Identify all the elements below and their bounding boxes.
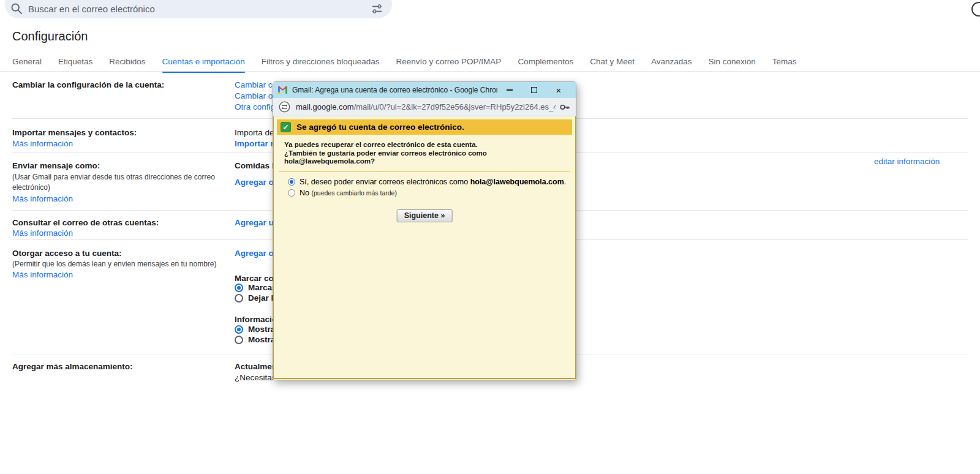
info-radio-2-label: Mostra <box>248 335 275 344</box>
radio-no-unselected-icon[interactable] <box>288 189 295 197</box>
no-radio-row: No (puedes cambiarlo más tarde) <box>288 189 397 197</box>
search-input[interactable]: Buscar en el correo electrónico <box>28 4 155 14</box>
page-title: Configuración <box>12 29 88 43</box>
intro-text: Ya puedes recuperar el correo electrónic… <box>284 141 487 166</box>
yes-label-email: hola@lawebquemola.com <box>470 178 564 186</box>
info-radio-row-1: Mostra <box>235 325 275 334</box>
radio-yes-selected-icon[interactable] <box>288 178 295 186</box>
change-settings-link-3[interactable]: Otra config <box>235 102 275 111</box>
mark-radio-row-1: Marcar <box>235 283 275 292</box>
add-another-account-link[interactable]: Agregar ot <box>235 249 276 258</box>
no-label-text: No <box>300 189 311 197</box>
url-path: /mail/u/0/?ui=2&ik=27d9f52e56&jsver=RHp5… <box>354 102 556 111</box>
gold-separator <box>279 171 570 172</box>
address-bar-url[interactable]: mail.google.com/mail/u/0/?ui=2&ik=27d9f5… <box>296 102 556 111</box>
info-radio-1-label: Mostra <box>248 325 275 334</box>
no-label-note: (puedes cambiarlo más tarde) <box>311 189 396 197</box>
note-grant-access: (Permitir que los demás lean y envien me… <box>12 260 217 268</box>
intro-line-3: hola@lawebquemola.com? <box>284 157 487 166</box>
label-storage: Agregar más almacenamiento: <box>12 362 133 371</box>
more-info-link-send-as[interactable]: Más información <box>12 194 73 203</box>
send-as-account-name: Comidas P <box>235 161 277 170</box>
storage-current-text: Actualmer <box>235 362 275 371</box>
add-email-address-link[interactable]: Agregar ot <box>235 178 276 187</box>
change-settings-link-1[interactable]: Cambiar co <box>235 80 277 89</box>
popup-urlbar[interactable]: mail.google.com/mail/u/0/?ui=2&ik=27d9f5… <box>273 98 576 116</box>
next-button[interactable]: Siguiente » <box>397 209 453 222</box>
intro-line-2: ¿También te gustaría poder enviar correo… <box>284 149 487 158</box>
url-host: mail.google.com <box>296 102 354 111</box>
tabs-divider <box>0 71 980 72</box>
close-button[interactable]: × <box>546 83 571 97</box>
label-import: Importar mensajes y contactos: <box>12 128 137 137</box>
mark-radio-row-2: Dejar la <box>235 293 278 303</box>
import-description: Importa de <box>235 128 274 137</box>
success-banner: ✓ Se agregó tu cuenta de correo electrón… <box>277 119 572 135</box>
note-send-as-1: (Usar Gmail para enviar desde tus otras … <box>12 173 215 181</box>
success-banner-text: Se agregó tu cuenta de correo electrónic… <box>296 122 464 132</box>
info-radio-row-2: Mostra <box>235 335 275 344</box>
yes-label-text: Sí, deseo poder enviar correos electróni… <box>300 178 470 186</box>
intro-line-1: Ya puedes recuperar el correo electrónic… <box>284 141 487 149</box>
chrome-popup-window: Gmail: Agrega una cuenta de correo elect… <box>273 81 576 380</box>
note-send-as-2: electrónico) <box>12 183 50 192</box>
search-icon[interactable] <box>10 2 23 15</box>
radio-selected-icon[interactable] <box>235 284 243 292</box>
sender-info-label: Informació <box>235 315 277 324</box>
yes-radio-label: Sí, deseo poder enviar correos electróni… <box>300 178 566 186</box>
label-change-settings: Cambiar la configuración de la cuenta: <box>12 80 164 89</box>
more-info-link-import[interactable]: Más información <box>12 139 73 148</box>
yes-radio-row: Sí, deseo poder enviar correos electróni… <box>288 178 566 186</box>
radio-selected-icon[interactable] <box>235 325 243 334</box>
mark-conversation-label: Marcar co <box>235 274 274 283</box>
edit-info-link[interactable]: editar información <box>874 157 940 166</box>
mark-radio-1-label: Marcar <box>248 283 275 292</box>
search-options-icon[interactable] <box>371 3 383 15</box>
radio-unselected-icon[interactable] <box>235 294 243 303</box>
label-check-mail: Consultar el correo de otras cuentas: <box>12 218 159 227</box>
label-send-as: Enviar mensaje como: <box>12 161 100 170</box>
yes-label-period: . <box>564 178 566 186</box>
import-link[interactable]: Importar m <box>235 139 278 148</box>
gmail-icon <box>278 86 287 94</box>
help-icon[interactable] <box>971 2 980 17</box>
more-info-link-grant-access[interactable]: Más información <box>12 270 73 279</box>
more-info-link-check-mail[interactable]: Más información <box>12 228 73 238</box>
change-settings-link-2[interactable]: Cambiar op <box>235 91 277 100</box>
popup-titlebar[interactable]: Gmail: Agrega una cuenta de correo elect… <box>273 82 576 98</box>
popup-content: ✓ Se agregó tu cuenta de correo electrón… <box>273 116 576 379</box>
storage-question-text: ¿Necesitas <box>235 373 276 382</box>
label-grant-access: Otorgar acceso a tu cuenta: <box>12 249 122 258</box>
key-icon[interactable] <box>559 102 570 113</box>
success-check-icon: ✓ <box>281 122 291 132</box>
maximize-button[interactable] <box>522 83 546 97</box>
no-radio-label: No (puedes cambiarlo más tarde) <box>300 189 397 197</box>
minimize-button[interactable] <box>497 83 522 97</box>
popup-window-title: Gmail: Agrega una cuenta de correo elect… <box>292 86 497 94</box>
radio-unselected-icon[interactable] <box>235 336 243 344</box>
site-settings-icon[interactable] <box>279 101 290 113</box>
